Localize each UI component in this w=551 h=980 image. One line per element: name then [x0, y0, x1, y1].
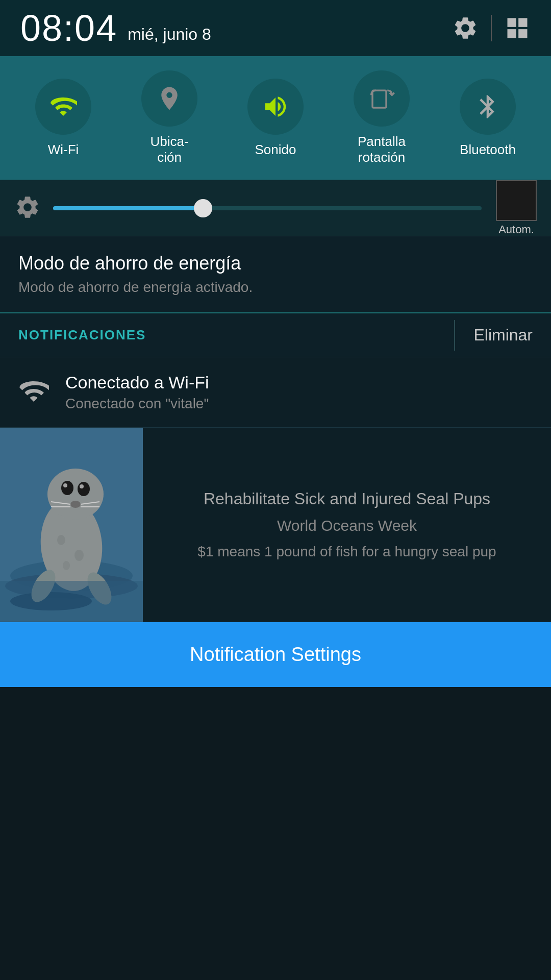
svg-point-13	[63, 483, 67, 487]
wifi-notif-subtitle: Conectado con "vitale"	[65, 396, 209, 412]
brightness-thumb[interactable]	[194, 199, 212, 217]
grid-icon[interactable]	[504, 15, 531, 41]
svg-point-15	[70, 501, 81, 508]
toggle-wifi[interactable]: Wi-Fi	[35, 79, 91, 158]
wifi-notification[interactable]: Conectado a Wi-Fi Conectado con "vitale"	[0, 357, 551, 428]
svg-rect-0	[508, 18, 516, 27]
seal-notif-content: Rehabilitate Sick and Injured Seal Pups …	[143, 428, 551, 622]
notifications-header: NOTIFICACIONES Eliminar	[0, 312, 551, 357]
svg-point-20	[57, 535, 65, 545]
toggle-location-circle[interactable]	[141, 70, 197, 127]
brightness-gear-icon	[14, 194, 41, 223]
brightness-slider[interactable]	[53, 206, 482, 210]
seal-notif-org: World Oceans Week	[277, 517, 417, 534]
toggle-bluetooth[interactable]: Bluetooth	[460, 79, 516, 158]
seal-notif-title: Rehabilitate Sick and Injured Seal Pups	[204, 488, 490, 510]
bluetooth-label: Bluetooth	[460, 142, 516, 158]
energy-saving-subtitle: Modo de ahorro de energía activado.	[18, 279, 533, 296]
auto-brightness-label: Autom.	[498, 223, 534, 236]
svg-rect-4	[372, 90, 386, 108]
quick-panel: Wi-Fi Ubica-ción Sonido	[0, 56, 551, 180]
svg-point-21	[74, 550, 84, 561]
wifi-icon	[49, 93, 77, 120]
notifications-title: NOTIFICACIONES	[0, 315, 454, 355]
status-date: mié, junio 8	[128, 25, 211, 44]
svg-rect-2	[508, 29, 516, 38]
toggle-rotation[interactable]: Pantallarotación	[354, 70, 410, 165]
location-label: Ubica-ción	[150, 134, 188, 165]
header-divider	[491, 15, 492, 41]
svg-point-10	[47, 469, 104, 520]
sound-label: Sonido	[255, 142, 296, 158]
svg-rect-1	[518, 18, 527, 27]
seal-illustration	[0, 428, 143, 622]
wifi-notif-text: Conectado a Wi-Fi Conectado con "vitale"	[65, 373, 209, 412]
status-left: 08:04 mié, junio 8	[20, 7, 211, 49]
bluetooth-icon	[474, 93, 502, 120]
status-right	[452, 15, 531, 41]
quick-toggles-row: Wi-Fi Ubica-ción Sonido	[10, 70, 541, 165]
toggle-wifi-circle[interactable]	[35, 79, 91, 135]
status-time: 08:04	[20, 7, 117, 49]
svg-rect-3	[518, 29, 527, 38]
toggle-bluetooth-circle[interactable]	[460, 79, 516, 135]
svg-point-22	[63, 561, 70, 570]
seal-notif-desc: $1 means 1 pound of fish for a hungry se…	[197, 542, 496, 561]
svg-rect-25	[0, 581, 143, 622]
rotation-icon	[368, 85, 395, 112]
brightness-fill	[53, 206, 203, 210]
seal-notification[interactable]: Rehabilitate Sick and Injured Seal Pups …	[0, 428, 551, 622]
svg-point-14	[80, 484, 84, 488]
svg-point-12	[78, 482, 90, 496]
wifi-label: Wi-Fi	[48, 142, 79, 158]
svg-point-11	[61, 481, 73, 495]
sound-icon	[262, 93, 289, 120]
status-bar: 08:04 mié, junio 8	[0, 0, 551, 56]
location-icon	[156, 85, 183, 112]
clear-notifications-button[interactable]: Eliminar	[455, 313, 551, 357]
settings-icon[interactable]	[452, 15, 479, 41]
toggle-rotation-circle[interactable]	[354, 70, 410, 127]
toggle-sound-circle[interactable]	[247, 79, 304, 135]
notification-settings-button[interactable]: Notification Settings	[0, 622, 551, 687]
rotation-label: Pantallarotación	[358, 134, 406, 165]
brightness-row: Autom.	[0, 180, 551, 236]
auto-brightness-col: Autom.	[496, 180, 537, 236]
seal-image-container	[0, 428, 143, 622]
toggle-location[interactable]: Ubica-ción	[141, 70, 197, 165]
energy-saving-section: Modo de ahorro de energía Modo de ahorro…	[0, 236, 551, 312]
auto-brightness-box[interactable]	[496, 180, 537, 221]
energy-saving-title: Modo de ahorro de energía	[18, 253, 533, 274]
wifi-notif-icon	[18, 376, 49, 409]
toggle-sound[interactable]: Sonido	[247, 79, 304, 158]
wifi-notif-title: Conectado a Wi-Fi	[65, 373, 209, 393]
